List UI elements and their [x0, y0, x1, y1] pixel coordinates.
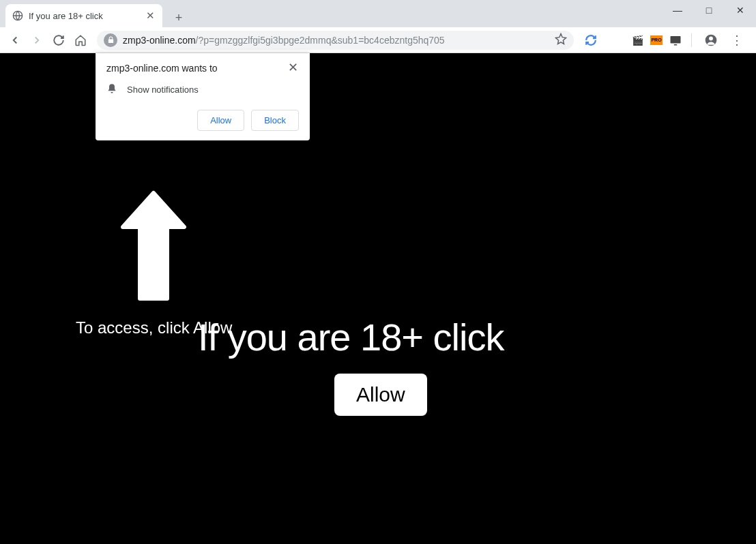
up-arrow-icon — [119, 190, 188, 308]
tab-strip: If you are 18+ click ✕ + — [0, 0, 188, 27]
url-domain: zmp3-online.com — [123, 35, 196, 46]
menu-icon[interactable]: ⋮ — [727, 31, 746, 50]
reload-button[interactable] — [49, 31, 68, 50]
profile-icon[interactable] — [701, 31, 721, 50]
browser-toolbar: zmp3-online.com/?p=gmzggzlfgi5gi3bpge2dm… — [0, 27, 756, 53]
url-path: /?p=gmzggzlfgi5gi3bpge2dmmq&sub1=bc4cebz… — [196, 35, 445, 46]
svg-rect-2 — [674, 44, 678, 46]
sync-icon[interactable] — [585, 34, 597, 46]
lock-icon — [104, 33, 117, 47]
back-button[interactable] — [5, 31, 25, 50]
permission-close-icon[interactable]: ✕ — [288, 63, 299, 74]
toolbar-divider — [691, 33, 692, 47]
new-tab-button[interactable]: + — [169, 8, 188, 27]
video-extension-icon[interactable]: 🎬 — [631, 34, 643, 46]
forward-button — [27, 31, 46, 50]
browser-tab[interactable]: If you are 18+ click ✕ — [5, 4, 162, 27]
permission-request-label: Show notifications — [127, 85, 199, 95]
address-bar[interactable]: zmp3-online.com/?p=gmzggzlfgi5gi3bpge2dm… — [97, 31, 574, 50]
maximize-button[interactable]: □ — [693, 0, 725, 20]
svg-rect-1 — [671, 36, 681, 44]
bookmark-star-icon[interactable] — [555, 33, 567, 47]
page-allow-button[interactable]: Allow — [334, 374, 427, 416]
pro-extension-icon[interactable]: PRO — [650, 35, 663, 45]
bell-icon — [106, 83, 117, 96]
home-button[interactable] — [71, 31, 90, 50]
svg-point-4 — [709, 36, 713, 40]
permission-actions: Allow Block — [106, 110, 299, 131]
minimize-button[interactable]: — — [662, 0, 693, 20]
monitor-extension-icon[interactable] — [669, 34, 682, 46]
window-titlebar: If you are 18+ click ✕ + — □ ✕ — [0, 0, 756, 27]
extensions-row: 🎬 PRO ⋮ — [581, 31, 751, 50]
close-window-button[interactable]: ✕ — [725, 0, 756, 20]
tab-title: If you are 18+ click — [29, 11, 139, 21]
tab-close-icon[interactable]: ✕ — [145, 10, 156, 21]
permission-block-button[interactable]: Block — [251, 110, 299, 131]
window-controls: — □ ✕ — [662, 0, 756, 20]
page-headline: If you are 18+ click — [198, 315, 504, 359]
permission-title: zmp3-online.com wants to — [106, 63, 288, 74]
globe-icon — [12, 10, 23, 21]
permission-header: zmp3-online.com wants to ✕ — [106, 63, 299, 74]
url-text: zmp3-online.com/?p=gmzggzlfgi5gi3bpge2dm… — [123, 35, 445, 46]
permission-request-row: Show notifications — [106, 83, 299, 96]
notification-permission-popup: zmp3-online.com wants to ✕ Show notifica… — [96, 53, 310, 140]
permission-allow-button[interactable]: Allow — [197, 110, 244, 131]
